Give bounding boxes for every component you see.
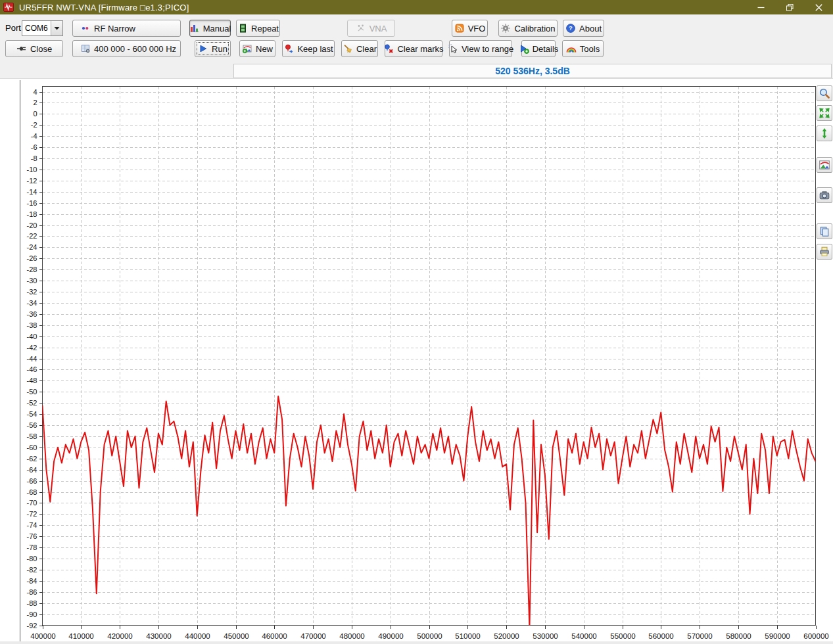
clear-marks-button[interactable]: Clear marks xyxy=(385,40,442,57)
calibration-button[interactable]: Calibration xyxy=(498,20,558,37)
svg-text:-60: -60 xyxy=(27,444,37,451)
restore-icon xyxy=(786,4,794,11)
keep-last-button[interactable]: Keep last xyxy=(282,40,335,57)
svg-text:-6: -6 xyxy=(31,143,37,151)
about-button[interactable]: ? About xyxy=(563,20,604,37)
svg-text:410000: 410000 xyxy=(68,632,93,640)
vna-button[interactable]: VNA xyxy=(347,20,395,37)
vfo-rss-icon xyxy=(454,23,465,34)
svg-text:-62: -62 xyxy=(27,455,37,463)
svg-text:-34: -34 xyxy=(27,299,37,307)
svg-text:-48: -48 xyxy=(27,377,37,384)
svg-text:-22: -22 xyxy=(27,232,37,240)
about-label: About xyxy=(579,24,602,34)
svg-text:-44: -44 xyxy=(27,355,37,363)
svg-text:580000: 580000 xyxy=(726,632,751,640)
svg-text:-28: -28 xyxy=(27,265,37,273)
svg-text:-54: -54 xyxy=(27,410,37,418)
svg-text:-10: -10 xyxy=(27,166,37,173)
rainbow-icon xyxy=(566,43,577,54)
copy-button[interactable] xyxy=(817,223,832,239)
svg-text:460000: 460000 xyxy=(262,632,287,640)
svg-text:-78: -78 xyxy=(27,543,37,551)
svg-text:-50: -50 xyxy=(27,388,37,396)
sweep-chart[interactable]: 420-2-4-6-8-10-12-14-16-18-20-22-24-26-2… xyxy=(0,79,833,641)
rf-narrow-label: RF Narrow xyxy=(94,24,135,34)
fit-all-button[interactable] xyxy=(817,105,832,121)
svg-text:590000: 590000 xyxy=(765,632,790,640)
svg-text:430000: 430000 xyxy=(146,632,171,640)
gear-icon xyxy=(500,23,511,34)
toolbar: Port COM6 RF Narrow Manual Repeat xyxy=(0,14,833,63)
svg-text:470000: 470000 xyxy=(300,632,325,640)
repeat-button[interactable]: Repeat xyxy=(236,20,280,37)
svg-text:-70: -70 xyxy=(27,499,37,507)
svg-text:450000: 450000 xyxy=(224,632,249,640)
play-icon xyxy=(198,43,208,54)
zoom-button[interactable] xyxy=(817,85,832,101)
rf-narrow-icon xyxy=(80,23,91,34)
svg-text:530000: 530000 xyxy=(533,632,558,640)
new-chart-icon xyxy=(242,43,252,54)
port-label: Port xyxy=(5,20,21,37)
titlebar: UR5FFR NWT-VNA [Firmware □e1.3;PICO] xyxy=(0,0,833,14)
close-port-label: Close xyxy=(30,44,52,54)
view-to-range-button[interactable]: View to range xyxy=(449,40,512,57)
port-combobox[interactable]: COM6 xyxy=(22,20,63,36)
manual-button[interactable]: Manual xyxy=(189,20,231,37)
run-button[interactable]: Run xyxy=(195,40,231,57)
svg-text:-32: -32 xyxy=(27,288,37,296)
svg-text:510000: 510000 xyxy=(455,632,480,640)
chart-image-button[interactable] xyxy=(817,157,832,173)
svg-text:-4: -4 xyxy=(31,132,37,140)
camera-button[interactable] xyxy=(817,187,832,203)
svg-text:-82: -82 xyxy=(27,566,37,574)
svg-text:-30: -30 xyxy=(27,277,37,285)
svg-text:560000: 560000 xyxy=(648,632,673,640)
print-button[interactable] xyxy=(817,244,832,260)
freq-range-button[interactable]: 400 000 - 600 000 Hz xyxy=(72,40,181,57)
svg-text:-66: -66 xyxy=(27,477,37,485)
svg-text:440000: 440000 xyxy=(185,632,210,640)
svg-text:-36: -36 xyxy=(27,310,37,318)
copy-icon xyxy=(819,225,830,237)
svg-text:-72: -72 xyxy=(27,510,37,518)
restore-button[interactable] xyxy=(775,0,804,14)
new-button[interactable]: New xyxy=(239,40,275,57)
svg-text:490000: 490000 xyxy=(378,632,403,640)
print-icon xyxy=(819,246,830,258)
tools-button[interactable]: Tools xyxy=(562,40,604,57)
svg-text:520000: 520000 xyxy=(494,632,519,640)
view-to-range-label: View to range xyxy=(462,44,513,54)
clear-button[interactable]: Clear xyxy=(341,40,378,57)
freq-range-label: 400 000 - 600 000 Hz xyxy=(94,44,176,54)
svg-text:480000: 480000 xyxy=(339,632,364,640)
svg-text:540000: 540000 xyxy=(571,632,596,640)
svg-text:?: ? xyxy=(569,24,573,32)
svg-text:-68: -68 xyxy=(27,488,37,496)
svg-text:-18: -18 xyxy=(27,210,37,218)
svg-text:400000: 400000 xyxy=(30,632,55,640)
close-port-button[interactable]: Close xyxy=(5,40,63,57)
dropdown-arrow-icon[interactable] xyxy=(51,21,62,35)
fit-vertical-button[interactable] xyxy=(817,126,832,141)
svg-text:2: 2 xyxy=(33,99,37,106)
broom-icon xyxy=(343,43,353,54)
tools-label: Tools xyxy=(580,44,600,54)
close-button[interactable] xyxy=(804,0,833,14)
svg-text:500000: 500000 xyxy=(417,632,442,640)
svg-text:-8: -8 xyxy=(31,154,37,162)
svg-text:-86: -86 xyxy=(27,588,37,596)
rf-narrow-button[interactable]: RF Narrow xyxy=(72,20,181,37)
svg-text:-24: -24 xyxy=(27,243,37,251)
vfo-button[interactable]: VFO xyxy=(452,20,488,37)
svg-text:-56: -56 xyxy=(27,421,37,429)
svg-text:-46: -46 xyxy=(27,365,37,373)
svg-text:-2: -2 xyxy=(31,121,37,129)
port-value: COM6 xyxy=(22,21,51,35)
window-bottom-edge xyxy=(0,641,833,644)
help-icon: ? xyxy=(565,23,576,34)
svg-text:-12: -12 xyxy=(27,177,37,185)
minimize-button[interactable] xyxy=(746,0,775,14)
details-button[interactable]: Details xyxy=(521,40,556,57)
